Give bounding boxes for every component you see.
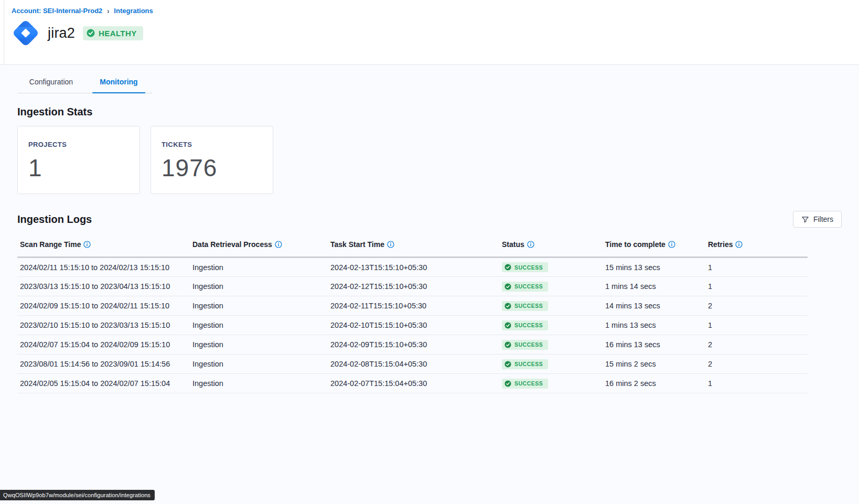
health-status-label: HEALTHY — [99, 29, 137, 38]
breadcrumb: Account: SEI-Internal-Prod2 › Integratio… — [12, 7, 859, 15]
status-badge: SUCCESS — [502, 379, 548, 389]
success-check-icon — [504, 283, 511, 290]
column-status: Status — [499, 235, 603, 258]
log-row: 2023/08/01 15:14:56 to 2023/09/01 15:14:… — [17, 355, 808, 374]
status-badge: SUCCESS — [502, 262, 548, 272]
task-start-cell: 2024-02-12T15:15:10+05:30 — [328, 277, 499, 296]
success-check-icon — [504, 341, 511, 348]
integration-header: jira2 HEALTHY — [12, 19, 859, 47]
ingestion-logs-header: Ingestion Logs Filters — [17, 211, 842, 228]
scan-range-cell: 2023/08/01 15:14:56 to 2023/09/01 15:14:… — [17, 355, 190, 374]
info-icon[interactable] — [387, 241, 394, 250]
success-check-icon — [504, 264, 511, 271]
stat-card-value: 1 — [28, 154, 139, 182]
breadcrumb-chevron-icon: › — [107, 6, 109, 15]
scan-range-cell: 2023/03/13 15:15:10 to 2023/04/13 15:15:… — [17, 277, 190, 296]
process-cell: Ingestion — [190, 258, 328, 277]
info-icon[interactable] — [83, 241, 91, 250]
retries-cell: 1 — [705, 277, 808, 296]
status-label: SUCCESS — [514, 303, 543, 309]
scan-range-cell: 2024/02/11 15:15:10 to 2024/02/13 15:15:… — [17, 258, 190, 277]
process-cell: Ingestion — [190, 355, 328, 374]
log-row: 2024/02/11 15:15:10 to 2024/02/13 15:15:… — [17, 258, 808, 277]
status-label: SUCCESS — [514, 380, 543, 387]
success-check-icon — [504, 303, 511, 309]
retries-cell: 2 — [705, 296, 808, 316]
ingestion-logs-table: Scan Range Time Data Retrieval Process T… — [17, 235, 808, 393]
filters-button[interactable]: Filters — [793, 211, 842, 228]
status-label: SUCCESS — [514, 341, 543, 348]
page-header: Account: SEI-Internal-Prod2 › Integratio… — [0, 0, 859, 65]
stat-card-label: TICKETS — [162, 141, 273, 148]
stat-card-value: 1976 — [162, 154, 273, 182]
status-badge: SUCCESS — [502, 282, 548, 292]
scan-range-cell: 2024/02/09 15:15:10 to 2024/02/11 15:15:… — [17, 296, 190, 316]
time-to-complete-cell: 15 mins 2 secs — [603, 355, 705, 374]
log-row: 2024/02/07 15:15:04 to 2024/02/09 15:15:… — [17, 335, 808, 355]
scan-range-cell: 2024/02/07 15:15:04 to 2024/02/09 15:15:… — [17, 335, 190, 355]
info-icon[interactable] — [735, 241, 743, 250]
task-start-cell: 2024-02-07T15:15:04+05:30 — [328, 374, 499, 393]
stat-cards: PROJECTS 1 TICKETS 1976 — [17, 126, 859, 194]
success-check-icon — [504, 322, 511, 329]
health-status-badge: HEALTHY — [83, 26, 143, 40]
status-cell: SUCCESS — [499, 258, 603, 277]
status-badge: SUCCESS — [502, 359, 548, 369]
logs-table-header-row: Scan Range Time Data Retrieval Process T… — [17, 235, 808, 258]
info-icon[interactable] — [275, 241, 282, 250]
log-row: 2023/02/10 15:15:10 to 2023/03/13 15:15:… — [17, 316, 808, 335]
info-icon[interactable] — [668, 241, 675, 250]
main-content: Configuration Monitoring Ingestion Stats… — [0, 66, 859, 504]
breadcrumb-account-link[interactable]: Account: SEI-Internal-Prod2 — [12, 7, 102, 15]
logs-table-body: 2024/02/11 15:15:10 to 2024/02/13 15:15:… — [17, 258, 808, 393]
tab-monitoring[interactable]: Monitoring — [85, 73, 153, 93]
status-cell: SUCCESS — [499, 316, 603, 335]
status-badge: SUCCESS — [502, 320, 548, 330]
filter-funnel-icon — [801, 216, 809, 223]
scan-range-cell: 2024/02/05 15:15:04 to 2024/02/07 15:15:… — [17, 374, 190, 393]
column-scan-range-time: Scan Range Time — [17, 235, 190, 258]
process-cell: Ingestion — [190, 277, 328, 296]
time-to-complete-cell: 1 mins 14 secs — [603, 277, 705, 296]
retries-cell: 1 — [705, 374, 808, 393]
retries-cell: 2 — [705, 355, 808, 374]
healthy-check-icon — [87, 29, 95, 37]
time-to-complete-cell: 14 mins 13 secs — [603, 296, 705, 316]
task-start-cell: 2024-02-10T15:15:10+05:30 — [328, 316, 499, 335]
task-start-cell: 2024-02-09T15:15:10+05:30 — [328, 335, 499, 355]
task-start-cell: 2024-02-13T15:15:10+05:30 — [328, 258, 499, 277]
task-start-cell: 2024-02-08T15:15:04+05:30 — [328, 355, 499, 374]
retries-cell: 1 — [705, 316, 808, 335]
status-cell: SUCCESS — [499, 355, 603, 374]
ingestion-logs-heading: Ingestion Logs — [17, 213, 92, 226]
status-label: SUCCESS — [514, 322, 543, 328]
status-badge: SUCCESS — [502, 340, 548, 350]
status-cell: SUCCESS — [499, 277, 603, 296]
log-row: 2023/03/13 15:15:10 to 2023/04/13 15:15:… — [17, 277, 808, 296]
nav-edge-divider — [4, 0, 4, 65]
status-label: SUCCESS — [514, 264, 543, 271]
jira-logo-icon — [12, 19, 40, 47]
stat-card-label: PROJECTS — [28, 141, 139, 148]
task-start-cell: 2024-02-11T15:15:10+05:30 — [328, 296, 499, 316]
integration-title: jira2 — [48, 25, 75, 41]
log-row: 2024/02/05 15:15:04 to 2024/02/07 15:15:… — [17, 374, 808, 393]
info-icon[interactable] — [527, 241, 534, 250]
process-cell: Ingestion — [190, 335, 328, 355]
status-cell: SUCCESS — [499, 374, 603, 393]
time-to-complete-cell: 15 mins 13 secs — [603, 258, 705, 277]
stat-card-projects: PROJECTS 1 — [17, 126, 140, 194]
column-time-to-complete: Time to complete — [603, 235, 705, 258]
breadcrumb-integrations-link[interactable]: Integrations — [114, 7, 153, 15]
log-row: 2024/02/09 15:15:10 to 2024/02/11 15:15:… — [17, 296, 808, 316]
success-check-icon — [504, 380, 511, 387]
status-cell: SUCCESS — [499, 335, 603, 355]
process-cell: Ingestion — [190, 316, 328, 335]
retries-cell: 1 — [705, 258, 808, 277]
time-to-complete-cell: 16 mins 13 secs — [603, 335, 705, 355]
filters-button-label: Filters — [813, 215, 833, 223]
process-cell: Ingestion — [190, 296, 328, 316]
tab-configuration[interactable]: Configuration — [17, 73, 85, 93]
time-to-complete-cell: 16 mins 2 secs — [603, 374, 705, 393]
tab-bar: Configuration Monitoring — [17, 73, 153, 93]
